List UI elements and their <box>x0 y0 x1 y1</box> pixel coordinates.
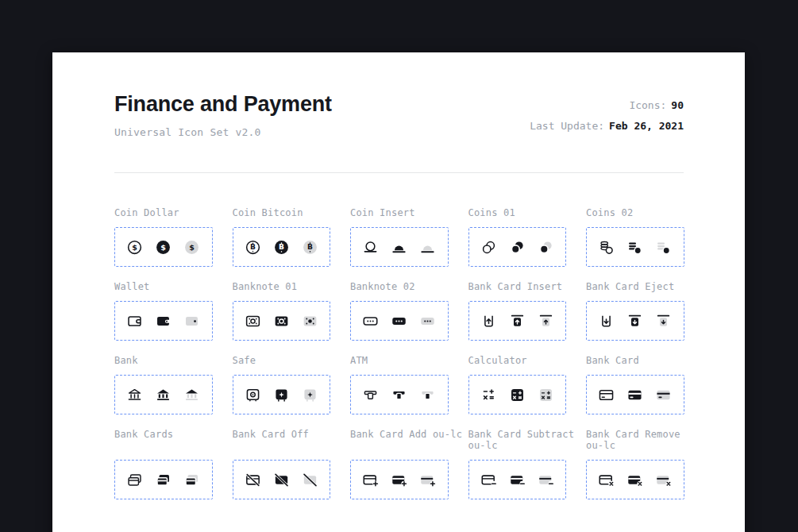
wallet-filled-icon[interactable] <box>154 312 172 330</box>
bank-duotone-icon[interactable] <box>183 386 201 404</box>
bank-cards-outline-icon[interactable] <box>125 471 144 489</box>
coin-dollar-outline-icon[interactable] <box>125 238 144 256</box>
safe-outline-icon[interactable] <box>244 386 262 404</box>
icon-group-banknote-02: Banknote 02 <box>350 281 449 341</box>
icon-group-bank-card-eject: Bank Card Eject <box>586 281 684 341</box>
bank-card-insert-duotone-icon[interactable] <box>537 312 555 330</box>
safe-filled-icon[interactable] <box>272 386 291 404</box>
icon-group-bank: Bank <box>114 355 213 414</box>
bank-card-subtract-duotone-icon[interactable] <box>537 471 555 489</box>
coin-bitcoin-filled-icon[interactable] <box>272 238 291 256</box>
icon-group-label: Bank Card Subtract ou-lc <box>468 429 584 451</box>
icon-box <box>350 227 449 267</box>
bank-card-add-outline-icon[interactable] <box>361 471 380 489</box>
icon-group-bank-card-off: Bank Card Off <box>233 429 331 499</box>
icon-group-safe: Safe <box>233 355 331 414</box>
banknote-02-duotone-icon[interactable] <box>418 312 437 330</box>
bank-card-remove-filled-icon[interactable] <box>626 471 644 489</box>
safe-duotone-icon[interactable] <box>301 386 319 404</box>
icon-group-label: ATM <box>350 355 466 366</box>
icon-box <box>350 460 449 499</box>
bank-card-off-filled-icon[interactable] <box>272 471 291 489</box>
bank-card-outline-icon[interactable] <box>597 386 615 404</box>
banknote-01-duotone-icon[interactable] <box>301 312 319 330</box>
title-block: Finance and Payment Universal Icon Set v… <box>114 92 332 138</box>
coin-insert-filled-icon[interactable] <box>390 238 408 256</box>
icon-group-label: Coins 01 <box>468 207 584 218</box>
coins-02-duotone-icon[interactable] <box>654 238 673 256</box>
banknote-02-filled-icon[interactable] <box>390 312 408 330</box>
coins-02-filled-icon[interactable] <box>626 238 644 256</box>
bank-card-insert-filled-icon[interactable] <box>508 312 526 330</box>
page-title: Finance and Payment <box>114 92 332 117</box>
icon-box <box>233 375 331 414</box>
atm-duotone-icon[interactable] <box>418 386 437 404</box>
calculator-outline-icon[interactable] <box>480 386 498 404</box>
icon-box <box>350 375 449 414</box>
bank-card-add-filled-icon[interactable] <box>390 471 408 489</box>
icon-box <box>114 375 213 414</box>
icon-group-bank-card-add: Bank Card Add ou-lc <box>350 429 449 499</box>
coin-bitcoin-duotone-icon[interactable] <box>301 238 319 256</box>
coins-01-filled-icon[interactable] <box>508 238 526 256</box>
coins-01-outline-icon[interactable] <box>480 238 498 256</box>
bank-card-insert-outline-icon[interactable] <box>480 312 498 330</box>
content-card: Finance and Payment Universal Icon Set v… <box>52 52 745 532</box>
bank-card-remove-duotone-icon[interactable] <box>654 471 673 489</box>
coins-02-outline-icon[interactable] <box>597 238 615 256</box>
coin-bitcoin-outline-icon[interactable] <box>244 238 262 256</box>
icons-count-row: Icons:90 <box>530 100 684 110</box>
icon-group-calculator: Calculator <box>468 355 567 414</box>
bank-card-subtract-outline-icon[interactable] <box>480 471 498 489</box>
icon-box <box>586 301 684 341</box>
icon-group-label: Calculator <box>468 355 584 366</box>
bank-card-eject-outline-icon[interactable] <box>597 312 615 330</box>
bank-card-eject-filled-icon[interactable] <box>626 312 644 330</box>
bank-card-duotone-icon[interactable] <box>654 386 673 404</box>
coin-insert-outline-icon[interactable] <box>361 238 380 256</box>
bank-cards-filled-icon[interactable] <box>154 471 172 489</box>
wallet-outline-icon[interactable] <box>125 312 144 330</box>
bank-outline-icon[interactable] <box>125 386 144 404</box>
icon-box <box>586 460 684 499</box>
banknote-01-filled-icon[interactable] <box>272 312 291 330</box>
bank-filled-icon[interactable] <box>154 386 172 404</box>
banknote-02-outline-icon[interactable] <box>361 312 380 330</box>
coins-01-duotone-icon[interactable] <box>537 238 555 256</box>
icon-box <box>114 460 213 499</box>
icon-group-label: Coin Bitcoin <box>233 207 349 218</box>
icon-box <box>468 375 567 414</box>
bank-cards-duotone-icon[interactable] <box>183 471 201 489</box>
wallet-duotone-icon[interactable] <box>183 312 201 330</box>
icon-group-coin-dollar: Coin Dollar <box>114 207 213 267</box>
atm-outline-icon[interactable] <box>361 386 380 404</box>
icon-group-label: Bank Cards <box>114 429 230 440</box>
meta-block: Icons:90 Last Update:Feb 26, 2021 <box>530 92 684 141</box>
bank-card-eject-duotone-icon[interactable] <box>654 312 673 330</box>
bank-card-off-outline-icon[interactable] <box>244 471 262 489</box>
icon-group-label: Bank Card Off <box>233 429 349 440</box>
bank-card-off-duotone-icon[interactable] <box>301 471 319 489</box>
coin-dollar-duotone-icon[interactable] <box>183 238 201 256</box>
coin-dollar-filled-icon[interactable] <box>154 238 172 256</box>
icon-group-bank-card-subtract: Bank Card Subtract ou-lc <box>468 429 567 499</box>
bank-card-add-duotone-icon[interactable] <box>418 471 437 489</box>
coin-insert-duotone-icon[interactable] <box>418 238 437 256</box>
bank-card-filled-icon[interactable] <box>626 386 644 404</box>
banknote-01-outline-icon[interactable] <box>244 312 262 330</box>
calculator-filled-icon[interactable] <box>508 386 526 404</box>
icon-group-label: Banknote 01 <box>233 281 349 292</box>
page-content: Finance and Payment Universal Icon Set v… <box>52 52 745 499</box>
calculator-duotone-icon[interactable] <box>537 386 555 404</box>
icon-group-banknote-01: Banknote 01 <box>233 281 331 341</box>
bank-card-subtract-filled-icon[interactable] <box>508 471 526 489</box>
icon-box <box>233 460 331 499</box>
bank-card-remove-outline-icon[interactable] <box>597 471 615 489</box>
icon-box <box>114 301 213 341</box>
last-update-row: Last Update:Feb 26, 2021 <box>530 121 684 131</box>
icon-box <box>233 301 331 341</box>
atm-filled-icon[interactable] <box>390 386 408 404</box>
icons-count-value: 90 <box>671 99 684 111</box>
icon-group-label: Bank Card Add ou-lc <box>350 429 466 440</box>
icon-group-label: Coins 02 <box>586 207 702 218</box>
